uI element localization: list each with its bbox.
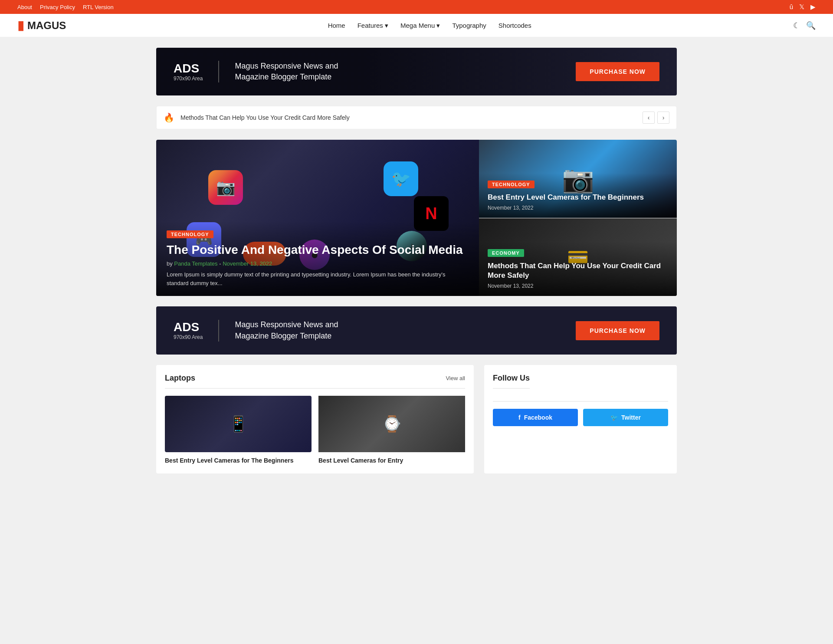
nav-typography[interactable]: Typography <box>452 22 486 29</box>
logo-icon: ▮ <box>17 18 24 33</box>
nav-mega-menu[interactable]: Mega Menu ▾ <box>400 22 440 30</box>
featured-sidebar: 📷 TECHNOLOGY Best Entry Level Cameras fo… <box>479 140 677 296</box>
privacy-link[interactable]: Privacy Policy <box>40 4 75 10</box>
sidebar-article-2-category[interactable]: ECONOMY <box>488 249 524 257</box>
ad-purchase-btn[interactable]: PURCHASE NOW <box>576 62 659 81</box>
dark-mode-icon[interactable]: ☾ <box>793 21 800 30</box>
nav-home[interactable]: Home <box>328 22 345 29</box>
laptops-section-header: Laptops View all <box>165 374 465 389</box>
ad2-purchase-btn[interactable]: PURCHASE NOW <box>576 321 659 340</box>
ticker: 🔥 Methods That Can Help You Use Your Cre… <box>156 106 677 129</box>
laptop-card-2-image: ⌚ <box>318 396 465 452</box>
follow-title: Follow Us <box>493 374 530 389</box>
twitter-btn-icon: 🐦 <box>610 414 618 421</box>
ad-desc: Magus Responsive News andMagazine Blogge… <box>235 61 338 82</box>
sidebar-article-2-date: November 13, 2022 <box>488 283 668 289</box>
logo[interactable]: ▮ MAGUS <box>17 18 66 33</box>
laptops-view-all[interactable]: View all <box>446 375 465 381</box>
ticker-text: Methods That Can Help You Use Your Credi… <box>180 114 636 121</box>
ad-divider <box>218 61 219 82</box>
sidebar-article-2[interactable]: 💳 ECONOMY Methods That Can Help You Use … <box>479 218 677 296</box>
follow-section: Follow Us f Facebook 🐦 Twitter <box>484 365 677 474</box>
instagram-icon-3d: 📷 <box>208 170 243 205</box>
laptop-card-2-title: Best Level Cameras for Entry <box>318 457 465 465</box>
logo-text: MAGUS <box>27 20 66 32</box>
about-link[interactable]: About <box>17 4 32 10</box>
rtl-link[interactable]: RTL Version <box>83 4 114 10</box>
featured-main-content: TECHNOLOGY The Positive And Negative Asp… <box>156 221 479 296</box>
ad2-ads-text: ADS <box>174 321 203 334</box>
featured-main: 📷 🐦 🎮 N ● ♪ TECHNOLOGY The Positive And … <box>156 140 479 296</box>
facebook-btn-label: Facebook <box>524 414 552 421</box>
ad-banner-2-left: ADS 970x90 Area Magus Responsive News an… <box>174 319 338 341</box>
laptops-title: Laptops <box>165 374 195 383</box>
ticker-fire-icon: 🔥 <box>164 112 174 123</box>
bottom-section: Laptops View all 📱 Best Entry Level Came… <box>156 365 677 474</box>
ad2-divider <box>218 320 219 342</box>
sidebar-article-2-content: ECONOMY Methods That Can Help You Use Yo… <box>479 242 677 296</box>
laptop-card-1-bg: 📱 <box>165 396 312 452</box>
sidebar-article-1-category[interactable]: TECHNOLOGY <box>488 181 535 188</box>
twitter-icon-3d: 🐦 <box>384 161 418 196</box>
featured-main-author[interactable]: Panda Templates <box>174 260 217 267</box>
ad-area-text: 970x90 Area <box>174 76 203 82</box>
top-bar-links: About Privacy Policy RTL Version <box>17 4 114 10</box>
ad-ads-text: ADS <box>174 62 203 76</box>
laptop-card-2[interactable]: ⌚ Best Level Cameras for Entry <box>318 396 465 465</box>
sidebar-article-2-title[interactable]: Methods That Can Help You Use Your Credi… <box>488 261 668 280</box>
ad2-area-text: 970x90 Area <box>174 334 203 340</box>
follow-buttons: f Facebook 🐦 Twitter <box>493 409 668 426</box>
ticker-prev-btn[interactable]: ‹ <box>643 112 655 124</box>
laptop-card-2-bg: ⌚ <box>318 396 465 452</box>
facebook-btn-icon: f <box>518 414 521 421</box>
ad-banner-2: ADS 970x90 Area Magus Responsive News an… <box>156 306 677 354</box>
featured-main-title[interactable]: The Positive And Negative Aspects Of Soc… <box>167 243 469 257</box>
featured-main-category[interactable]: TECHNOLOGY <box>167 230 213 238</box>
laptop-card-1-image: 📱 <box>165 396 312 452</box>
sidebar-article-1-title[interactable]: Best Entry Level Cameras for The Beginne… <box>488 193 668 202</box>
main-wrapper: ADS 970x90 Area Magus Responsive News an… <box>148 48 685 473</box>
laptops-section: Laptops View all 📱 Best Entry Level Came… <box>156 365 474 474</box>
laptop-card-1-title: Best Entry Level Cameras for The Beginne… <box>165 457 312 465</box>
ad2-desc: Magus Responsive News andMagazine Blogge… <box>235 319 338 341</box>
youtube-icon[interactable]: ▶ <box>810 3 816 11</box>
ticker-next-btn[interactable]: › <box>657 112 669 124</box>
nav-shortcodes[interactable]: Shortcodes <box>498 22 531 29</box>
follow-twitter-btn[interactable]: 🐦 Twitter <box>583 409 668 426</box>
ad-ads-block: ADS 970x90 Area <box>174 62 203 82</box>
laptop-card-1[interactable]: 📱 Best Entry Level Cameras for The Begin… <box>165 396 312 465</box>
search-icon[interactable]: 🔍 <box>806 21 816 30</box>
sidebar-article-1-date: November 13, 2022 <box>488 205 668 211</box>
featured-section: 📷 🐦 🎮 N ● ♪ TECHNOLOGY The Positive And … <box>156 140 677 296</box>
facebook-icon[interactable]: û <box>790 3 793 11</box>
top-bar-social: û 𝕏 ▶ <box>790 3 816 11</box>
nav-features[interactable]: Features ▾ <box>357 22 388 30</box>
sidebar-article-1[interactable]: 📷 TECHNOLOGY Best Entry Level Cameras fo… <box>479 140 677 218</box>
nav-icons: ☾ 🔍 <box>793 21 816 30</box>
featured-main-excerpt: Lorem Ipsum is simply dummy text of the … <box>167 270 469 287</box>
laptop-cards: 📱 Best Entry Level Cameras for The Begin… <box>165 396 465 465</box>
ad-left: ADS 970x90 Area Magus Responsive News an… <box>174 61 338 82</box>
header: ▮ MAGUS Home Features ▾ Mega Menu ▾ Typo… <box>0 14 833 37</box>
sidebar-article-1-content: TECHNOLOGY Best Entry Level Cameras for … <box>479 173 677 218</box>
featured-main-meta: by Panda Templates - November 13, 2022 <box>167 260 469 267</box>
twitter-btn-label: Twitter <box>621 414 641 421</box>
ticker-nav: ‹ › <box>643 112 669 124</box>
main-nav: Home Features ▾ Mega Menu ▾ Typography S… <box>328 22 531 30</box>
featured-main-date: November 13, 2022 <box>223 260 272 267</box>
top-bar: About Privacy Policy RTL Version û 𝕏 ▶ <box>0 0 833 14</box>
twitter-icon[interactable]: 𝕏 <box>799 3 804 11</box>
follow-section-header: Follow Us <box>493 374 668 402</box>
ad2-ads-block: ADS 970x90 Area <box>174 321 203 340</box>
ad-banner-1: ADS 970x90 Area Magus Responsive News an… <box>156 48 677 95</box>
follow-facebook-btn[interactable]: f Facebook <box>493 409 578 426</box>
